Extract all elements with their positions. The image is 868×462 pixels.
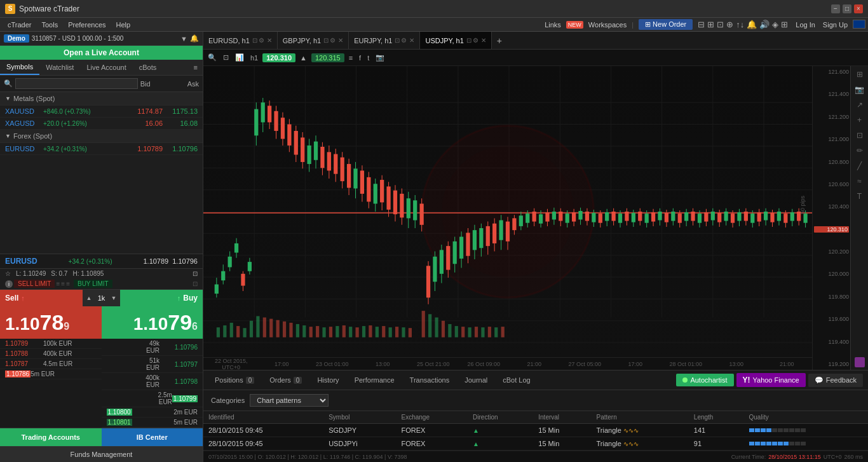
- workspaces-button[interactable]: Workspaces: [588, 21, 627, 29]
- login-button[interactable]: Log In: [793, 20, 818, 30]
- expand-icon[interactable]: ⊡: [193, 270, 198, 277]
- toolbar-icon-9[interactable]: ⊞: [781, 20, 788, 29]
- toolbar-icon-3[interactable]: ⊡: [717, 20, 724, 29]
- chart-tab-eurusd[interactable]: EURUSD, h1 ⊡ ⚙ ✕: [203, 32, 278, 49]
- table-row[interactable]: 28/10/2015 09:45 USDJPYi FOREX ▲ 15 Min …: [203, 437, 868, 451]
- feedback-button[interactable]: 💬 Feedback: [808, 374, 863, 387]
- tab-settings-icon-4[interactable]: ⚙: [473, 37, 478, 44]
- search-input[interactable]: [15, 78, 138, 89]
- chart-zoom-in-btn[interactable]: 📷: [853, 84, 865, 95]
- menu-preferences[interactable]: Preferences: [63, 20, 111, 30]
- sell-price-display[interactable]: 1.10789: [0, 306, 102, 339]
- tab-close-eurusd[interactable]: ✕: [267, 37, 272, 44]
- chart-search-icon[interactable]: 🔍: [206, 53, 219, 62]
- tab-expand-icon[interactable]: ⊡: [252, 37, 257, 44]
- menu-ctrader[interactable]: cTrader: [3, 20, 37, 30]
- tab-history[interactable]: History: [311, 374, 345, 386]
- chart-cursor-icon[interactable]: ⊡: [221, 53, 231, 62]
- toolbar-icon-2[interactable]: ⊞: [707, 20, 714, 29]
- tab-symbols[interactable]: Symbols: [0, 60, 39, 75]
- tab-settings-icon-2[interactable]: ⚙: [330, 37, 336, 44]
- new-order-button[interactable]: ⊞ New Order: [639, 19, 693, 30]
- info-icon[interactable]: i: [5, 280, 13, 288]
- links-button[interactable]: Links: [545, 21, 561, 29]
- tab-live-account[interactable]: Live Account: [80, 60, 132, 74]
- chart-draw-btn[interactable]: ✏: [855, 145, 864, 156]
- list-item[interactable]: EURUSD +34.2 (+0.31%) 1.10789 1.10796: [0, 143, 203, 155]
- limit-icon-2[interactable]: ≡: [61, 280, 65, 287]
- buy-button-area[interactable]: ↑ Buy: [120, 290, 203, 306]
- sell-limit-button[interactable]: SELL LIMIT: [14, 280, 55, 288]
- limit-icon-4[interactable]: ⊡: [193, 280, 198, 287]
- yahoo-finance-button[interactable]: Y! Yahoo Finance: [736, 373, 806, 387]
- tab-positions[interactable]: Positions 0: [208, 374, 261, 386]
- buy-price-display[interactable]: 1.10796: [102, 306, 203, 339]
- chart-crosshair-tool[interactable]: +: [856, 114, 863, 126]
- chart-tw-icon[interactable]: t: [365, 53, 371, 62]
- order-row-buy[interactable]: 49k EUR1.10796: [102, 339, 203, 356]
- chart-grid-btn[interactable]: ⊞: [855, 69, 864, 80]
- order-row-buy[interactable]: 51k EUR1.10797: [102, 356, 203, 373]
- toolbar-icon-1[interactable]: ⊟: [698, 20, 705, 29]
- tab-cbots[interactable]: cBots: [133, 60, 163, 74]
- limit-icon-1[interactable]: ≡: [56, 280, 60, 287]
- group-forex[interactable]: ▼ Forex (Spot): [0, 130, 203, 143]
- chart-settings-icon[interactable]: ≡: [347, 53, 355, 62]
- order-row-sell[interactable]: 1.10789100k EUR: [0, 339, 102, 349]
- notify-button[interactable]: 🔔: [190, 34, 199, 43]
- trading-accounts-button[interactable]: Trading Accounts: [0, 428, 102, 446]
- tab-journal[interactable]: Journal: [458, 374, 494, 386]
- account-arrow[interactable]: ▼: [180, 35, 187, 43]
- menu-help[interactable]: Help: [111, 20, 136, 30]
- close-button[interactable]: ×: [854, 4, 863, 13]
- tab-settings-icon-3[interactable]: ⚙: [401, 37, 407, 44]
- tab-expand-icon-4[interactable]: ⊡: [466, 37, 471, 44]
- list-item[interactable]: XAUUSD +846.0 (+0.73%) 1174.87 1175.13: [0, 105, 203, 118]
- chart-text-btn[interactable]: T: [856, 191, 863, 202]
- add-chart-button[interactable]: +: [492, 36, 507, 46]
- tab-cbot-log[interactable]: cBot Log: [496, 374, 536, 386]
- star-icon[interactable]: ☆: [5, 270, 11, 277]
- toolbar-icon-5[interactable]: ↑↓: [736, 20, 744, 29]
- tab-close-gbpjpy[interactable]: ✕: [338, 37, 343, 44]
- buy-limit-button[interactable]: BUY LIMIT: [74, 280, 112, 288]
- minimize-button[interactable]: −: [831, 4, 840, 13]
- chart-tab-gbpjpy[interactable]: GBPJPY, h1 ⊡ ⚙ ✕: [278, 32, 349, 49]
- tab-close-eurjpy[interactable]: ✕: [409, 37, 414, 44]
- tab-expand-icon-2[interactable]: ⊡: [323, 37, 329, 44]
- autochartist-button[interactable]: Autochartist: [676, 374, 733, 386]
- chart-zoom-btn[interactable]: ⊡: [855, 130, 864, 141]
- chart-candle-icon[interactable]: 📊: [233, 53, 246, 62]
- order-row-sell-highlight[interactable]: 1.107865m EUR: [0, 369, 102, 379]
- order-row-sell[interactable]: 1.107874.5m EUR: [0, 359, 102, 369]
- list-item[interactable]: XAGUSD +20.0 (+1.26%) 16.06 16.08: [0, 118, 203, 130]
- sell-button-area[interactable]: Sell ↑: [0, 290, 83, 306]
- maximize-button[interactable]: □: [843, 4, 851, 13]
- demo-badge[interactable]: Demo: [4, 34, 29, 43]
- tab-transactions[interactable]: Transactions: [403, 374, 456, 386]
- chart-tab-usdjpy[interactable]: USDJPY, h1 ⊡ ⚙ ✕: [420, 32, 491, 49]
- order-row-buy-highlight[interactable]: 2.5m EUR1.10799: [102, 390, 203, 407]
- chart-fb-icon[interactable]: f: [357, 53, 363, 62]
- toolbar-icon-7[interactable]: 🔊: [759, 20, 770, 29]
- ib-center-button[interactable]: IB Center: [102, 428, 203, 446]
- quantity-input[interactable]: [92, 294, 111, 302]
- menu-tools[interactable]: Tools: [37, 20, 64, 30]
- tab-close-usdjpy[interactable]: ✕: [481, 37, 486, 44]
- signup-button[interactable]: Sign Up: [820, 20, 850, 30]
- chart-h1-label[interactable]: h1: [248, 53, 260, 62]
- order-row-buy-highlight3[interactable]: 1.108015m EUR: [102, 418, 203, 428]
- language-flag[interactable]: [853, 20, 865, 29]
- live-account-banner[interactable]: Open a Live Account: [0, 46, 203, 60]
- order-row-sell[interactable]: 1.10788400k EUR: [0, 349, 102, 359]
- qty-down-arrow[interactable]: ▼: [111, 295, 117, 301]
- chart-cursor-tool[interactable]: ↗: [855, 99, 864, 111]
- toolbar-icon-6[interactable]: 🔔: [747, 20, 757, 29]
- group-metals[interactable]: ▼ Metals (Spot): [0, 92, 203, 105]
- chart-tab-eurjpy[interactable]: EURJPY, h1 ⊡ ⚙ ✕: [349, 32, 420, 49]
- chart-line-btn[interactable]: ╱: [856, 160, 863, 172]
- toolbar-icon-4[interactable]: ⊕: [726, 20, 733, 29]
- tab-orders[interactable]: Orders 0: [263, 374, 308, 386]
- tab-expand-icon-3[interactable]: ⊡: [395, 37, 400, 44]
- table-row[interactable]: 28/10/2015 09:45 SGDJPY FOREX ▲ 15 Min T…: [203, 424, 868, 437]
